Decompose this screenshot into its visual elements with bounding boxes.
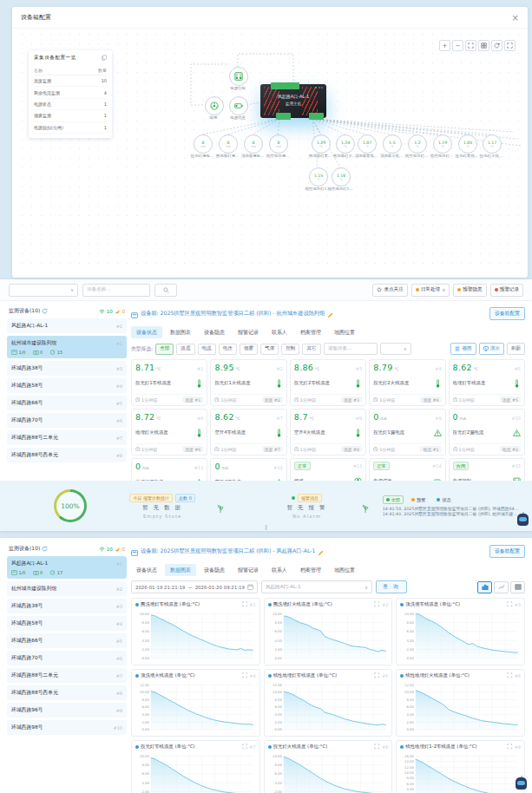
刷新-button[interactable]: 刷新 bbox=[507, 343, 525, 355]
refresh-icon[interactable] bbox=[42, 308, 48, 315]
tab-3[interactable]: 设备隐患 bbox=[199, 564, 230, 576]
breaker-node[interactable] bbox=[229, 67, 248, 86]
sidebar-item[interactable]: 环城西路58号#4 bbox=[7, 616, 127, 631]
filter-chip[interactable]: 气体 bbox=[260, 344, 279, 355]
expand-icon[interactable] bbox=[374, 672, 380, 678]
sensor-card[interactable]: 8.95°C#2投光灯1火线温度1分钟前温度 #2 bbox=[210, 359, 286, 406]
tab-7[interactable]: 地图位置 bbox=[329, 326, 360, 338]
chart-card[interactable]: 线性地埋灯1-2零线温度 (单位:°C)#90.002.004.006.008.… bbox=[396, 740, 525, 793]
assistant-robot-icon[interactable] bbox=[516, 777, 527, 790]
device-box-config-button[interactable]: 设备箱配置 bbox=[489, 545, 525, 558]
sensor-select[interactable]: ∨ bbox=[380, 343, 411, 355]
tab-6[interactable]: 档案管理 bbox=[295, 326, 326, 338]
line-chart-type-button[interactable] bbox=[494, 581, 509, 593]
sensor-node[interactable]: 1.05°C bbox=[458, 134, 477, 154]
legend-item[interactable]: 全部 bbox=[383, 495, 404, 504]
zoom-out-icon[interactable]: − bbox=[452, 40, 463, 51]
expand-icon[interactable] bbox=[242, 601, 248, 607]
sensor-card[interactable]: 8.79°C#4投光灯2火线温度1分钟前温度 #4 bbox=[369, 359, 445, 406]
chart-card[interactable]: 投光灯火线温度 (单位:°C)#80.002.004.006.008.0010.… bbox=[264, 740, 393, 793]
filter-chip[interactable]: 其它 bbox=[302, 344, 320, 355]
tab-2[interactable]: 数据图表 bbox=[165, 326, 196, 338]
fit-view-icon[interactable] bbox=[465, 40, 476, 51]
tab-1[interactable]: 设备状态 bbox=[131, 564, 162, 576]
tab-4[interactable]: 报警记录 bbox=[233, 564, 264, 576]
device-select[interactable]: 风起路A口-AL-1∨ bbox=[261, 580, 372, 593]
smoke-node[interactable] bbox=[205, 96, 224, 115]
sidebar-item[interactable]: 环城西路38号#3 bbox=[7, 599, 127, 613]
filter-chip[interactable]: 电压 bbox=[219, 344, 237, 355]
sensor-card[interactable]: 8.62°C#7空开4零线温度1分钟前温度 #7 bbox=[210, 409, 286, 455]
device-name-input[interactable]: 设备名称... bbox=[82, 284, 150, 297]
action-重点关注[interactable]: 重点关注 bbox=[372, 284, 407, 297]
date-range-picker[interactable]: 2026-01-19 21:21:19—2026-01-20 09:21:19 bbox=[131, 580, 258, 593]
sensor-card[interactable]: 8.86°C#3投光灯2零线温度1分钟前温度 #3 bbox=[290, 359, 366, 406]
sidebar-item[interactable]: 环城西路66号#5 bbox=[7, 396, 127, 410]
copy-icon[interactable] bbox=[102, 55, 107, 62]
chart-card[interactable]: 顶洗墙火线温度 (单位:°C)#40.002.004.006.008.0010.… bbox=[131, 669, 260, 737]
bar-chart-type-button[interactable] bbox=[477, 581, 492, 593]
sidebar-item[interactable]: 环城西路98号#10 bbox=[7, 720, 127, 735]
sensor-node[interactable]: 1.2°C bbox=[408, 134, 427, 154]
tab-6[interactable]: 档案管理 bbox=[295, 564, 326, 576]
sidebar-item[interactable]: 杭州城市建设陈列馆#2 bbox=[7, 581, 127, 596]
battery-node[interactable] bbox=[229, 96, 248, 115]
sidebar-item[interactable]: 杭州城市建设陈列馆#21/0015 bbox=[7, 336, 127, 358]
sensor-card[interactable]: 8.7°C#8空开4火线温度1分钟前温度 #8 bbox=[290, 409, 366, 455]
sidebar-item[interactable]: 环城西路70号#6 bbox=[7, 413, 127, 428]
sensor-card[interactable]: 8.62°C#5地埋灯零线温度1分钟前温度 #5 bbox=[449, 359, 525, 406]
演示-button[interactable]: 演示 bbox=[479, 343, 504, 355]
sidebar-item[interactable]: 环城西路96号#9 bbox=[7, 703, 127, 718]
tab-5[interactable]: 联系人 bbox=[266, 326, 292, 338]
chart-card[interactable]: 投光灯零线温度 (单位:°C)#70.002.004.006.008.0010.… bbox=[131, 740, 260, 793]
视图-button[interactable]: 视图 bbox=[450, 343, 476, 355]
fullscreen-icon[interactable] bbox=[504, 40, 516, 51]
project-select[interactable]: ∨ bbox=[9, 284, 78, 297]
host-device-box[interactable]: 风起路A口-AL-1 监测主机 bbox=[260, 84, 326, 118]
sensor-node[interactable]: 0mA bbox=[219, 134, 238, 154]
sensor-card[interactable]: 8.72°C#6地埋灯火线温度1分钟前温度 #6 bbox=[131, 409, 207, 455]
tab-1[interactable]: 设备状态 bbox=[131, 326, 162, 338]
sensor-card[interactable]: 0mA#9投光灯1漏电流1分钟前电流 #1 bbox=[369, 409, 445, 455]
expand-icon[interactable] bbox=[242, 672, 248, 678]
sensor-node[interactable]: 0mA bbox=[194, 134, 213, 154]
edit-icon[interactable] bbox=[318, 543, 324, 560]
expand-icon[interactable] bbox=[507, 744, 513, 750]
filter-chip[interactable]: 控制 bbox=[281, 344, 299, 355]
legend-item[interactable]: 状态 bbox=[433, 495, 454, 504]
chart-card[interactable]: 围洗墙灯火线温度 (单位:°C)#20.002.004.006.008.0010… bbox=[264, 598, 393, 665]
sidebar-item[interactable]: 环城西路88号西单元#8 bbox=[7, 448, 127, 462]
sidebar-item[interactable]: 环城西路88号二单元#7 bbox=[7, 430, 127, 445]
filter-chip[interactable]: 全部 bbox=[155, 344, 174, 355]
expand-icon[interactable] bbox=[507, 601, 513, 607]
expand-icon[interactable] bbox=[242, 744, 248, 750]
sensor-node[interactable]: 1.19°C bbox=[433, 134, 452, 154]
tab-4[interactable]: 报警记录 bbox=[233, 326, 264, 338]
expand-icon[interactable] bbox=[374, 601, 380, 607]
tab-3[interactable]: 设备隐患 bbox=[199, 326, 230, 338]
table-type-button[interactable] bbox=[510, 581, 525, 593]
sidebar-item[interactable]: 风起路A口-AL-1#1 bbox=[7, 318, 127, 333]
expand-chevron-icon[interactable]: ∨∨ bbox=[265, 525, 268, 530]
filter-chip[interactable]: 电流 bbox=[198, 344, 216, 355]
sensor-node[interactable]: 1.24°C bbox=[336, 134, 355, 154]
search-button[interactable] bbox=[154, 284, 177, 297]
sensor-node[interactable]: 1.29°C bbox=[312, 134, 331, 154]
tab-5[interactable]: 联系人 bbox=[266, 564, 292, 576]
refresh-icon[interactable] bbox=[491, 40, 502, 51]
sensor-node[interactable]: 1.16°C bbox=[332, 167, 351, 187]
sidebar-item[interactable]: 环城西路88号西单元#8 bbox=[7, 685, 127, 700]
sidebar-item[interactable]: 环城西路38号#3 bbox=[7, 361, 127, 376]
filter-chip[interactable]: 烟雾 bbox=[240, 344, 258, 355]
close-icon[interactable]: × bbox=[512, 13, 519, 23]
sensor-search-input[interactable]: 请输设备... bbox=[324, 343, 378, 355]
legend-item[interactable]: 预警 bbox=[408, 495, 429, 504]
sensor-node[interactable]: 1.15°C bbox=[309, 167, 328, 187]
sensor-card[interactable]: 8.71°C#1投光灯1零线温度1分钟前温度 #1 bbox=[131, 359, 207, 406]
sensor-node[interactable]: 0mA bbox=[244, 134, 263, 154]
chart-card[interactable]: 顶洗墙零线温度 (单位:°C)#30.002.004.006.008.0010.… bbox=[396, 598, 525, 665]
sidebar-item[interactable]: 风起路A口-AL-1#11/0017 bbox=[7, 556, 127, 579]
filter-chip[interactable]: 温度 bbox=[176, 344, 194, 355]
refresh-icon[interactable] bbox=[42, 546, 48, 553]
sidebar-item[interactable]: 环城西路58号#4 bbox=[7, 378, 127, 393]
